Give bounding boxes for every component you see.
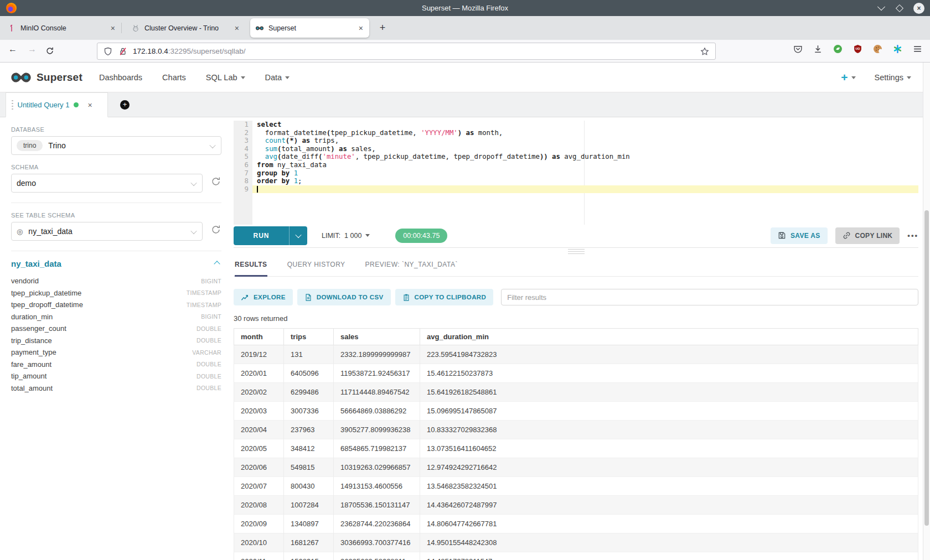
code-line: count(*) as trips,: [252, 137, 918, 145]
query-tab-close-icon[interactable]: ×: [87, 101, 92, 110]
collapse-chevron-icon[interactable]: [214, 261, 220, 267]
code-line: group by 1: [252, 169, 918, 178]
plus-icon: +: [841, 71, 848, 83]
run-options-caret[interactable]: [289, 226, 307, 245]
table-cell: 18705536.150131147: [334, 496, 420, 515]
table-column-row: tpep_pickup_datetimeTIMESTAMP: [11, 287, 221, 299]
save-as-button[interactable]: SAVE AS: [771, 227, 827, 244]
table-header-cell[interactable]: trips: [284, 329, 334, 345]
trino-icon: [131, 24, 140, 33]
copy-clipboard-button[interactable]: COPY TO CLIPBOARD: [395, 289, 494, 305]
table-column-row: total_amountDOUBLE: [11, 382, 221, 395]
results-tab-preview-ny-taxi-data[interactable]: PREVIEW: `NY_TAXI_DATA`: [365, 256, 458, 277]
explore-button[interactable]: EXPLORE: [234, 289, 293, 305]
table-cell: 13.546823582324501: [420, 477, 918, 496]
query-tab-label: Untitled Query 1: [18, 101, 70, 109]
insecure-lock-icon[interactable]: [118, 46, 128, 56]
query-tab[interactable]: Untitled Query 1 ×: [6, 92, 108, 117]
tab-close-icon[interactable]: ×: [234, 24, 240, 33]
table-cell: 119538721.92456317: [334, 364, 420, 383]
browser-tab[interactable]: MinIO Console×: [2, 18, 121, 38]
table-row: 2020/08100728418705536.15013114714.43642…: [234, 496, 918, 515]
table-row: 2019/121312332.1899999999987223.59541984…: [234, 345, 918, 364]
nav-item-data[interactable]: Data: [265, 73, 290, 82]
table-cell: 1007284: [284, 496, 334, 515]
more-options-button[interactable]: •••: [907, 231, 918, 240]
column-name: vendorid: [11, 277, 39, 285]
clipboard-icon: [402, 293, 410, 302]
tab-close-icon[interactable]: ×: [358, 24, 364, 33]
column-name: tip_amount: [11, 372, 46, 380]
browser-tab[interactable]: Superset×: [250, 18, 369, 38]
asterisk-icon[interactable]: [892, 44, 902, 54]
pocket-icon[interactable]: [793, 44, 803, 54]
superset-logo[interactable]: Superset: [10, 71, 82, 84]
cookie-icon[interactable]: [872, 44, 882, 54]
extension-green-icon[interactable]: [833, 44, 843, 54]
run-query-button[interactable]: RUN: [234, 226, 307, 245]
table-header-cell[interactable]: sales: [334, 329, 420, 345]
results-tab-query-history[interactable]: QUERY HISTORY: [287, 256, 345, 277]
reload-button[interactable]: [45, 46, 54, 55]
browser-tab[interactable]: Cluster Overview - Trino×: [126, 18, 245, 38]
menu-icon[interactable]: [912, 44, 922, 54]
nav-item-dashboards[interactable]: Dashboards: [99, 73, 142, 82]
window-minimize-button[interactable]: [877, 4, 886, 13]
code-line: order by 1;: [252, 177, 918, 185]
nav-item-sql-lab[interactable]: SQL Lab: [206, 73, 245, 82]
results-tab-results[interactable]: RESULTS: [235, 256, 267, 277]
table-header-cell[interactable]: month: [234, 329, 284, 345]
url-text[interactable]: 172.18.0.4:32295/superset/sqllab/: [133, 47, 695, 55]
table-row: 2020/11150891526335623.5802881114.485173…: [234, 552, 918, 560]
url-bar[interactable]: 172.18.0.4:32295/superset/sqllab/: [97, 43, 716, 60]
table-row: 2020/03300733656664869.0388629215.096995…: [234, 402, 918, 421]
superset-icon: [255, 24, 264, 33]
schema-select[interactable]: demo: [11, 174, 203, 193]
window-titlebar: Superset — Mozilla Firefox ×: [0, 0, 930, 16]
filter-results-input[interactable]: [501, 289, 918, 305]
back-button[interactable]: ←: [6, 44, 20, 54]
nav-item-charts[interactable]: Charts: [162, 73, 186, 82]
page-scrollbar[interactable]: [923, 63, 930, 560]
table-column-row: tpep_dropoff_datetimeTIMESTAMP: [11, 299, 221, 311]
database-select[interactable]: trino Trino: [11, 136, 221, 155]
results-tabs: RESULTSQUERY HISTORYPREVIEW: `NY_TAXI_DA…: [234, 256, 918, 277]
pane-resize-handle[interactable]: [234, 248, 918, 255]
ublock-icon[interactable]: UO: [852, 44, 862, 54]
sql-editor-pane: 123456789 select format_datetime(tpep_pi…: [232, 117, 930, 560]
add-query-tab-button[interactable]: +: [120, 100, 130, 110]
scrollbar-thumb[interactable]: [924, 210, 929, 526]
tab-close-icon[interactable]: ×: [110, 24, 116, 33]
settings-menu[interactable]: Settings: [875, 73, 911, 82]
window-maximize-button[interactable]: [895, 4, 904, 13]
table-select[interactable]: ◎ ny_taxi_data: [11, 222, 203, 241]
forward-button[interactable]: →: [25, 44, 39, 54]
table-cell: 6854865.719982137: [334, 439, 420, 458]
refresh-table-icon[interactable]: [210, 224, 221, 235]
svg-text:UO: UO: [855, 47, 860, 50]
column-type: DOUBLE: [197, 373, 221, 380]
column-name: payment_type: [11, 348, 56, 356]
line-number: 6: [234, 161, 249, 169]
results-table: monthtripssalesavg_duration_min 2019/121…: [234, 328, 918, 560]
window-title: Superset — Mozilla Firefox: [0, 4, 930, 12]
table-header-cell[interactable]: avg_duration_min: [420, 329, 918, 345]
copy-link-button[interactable]: COPY LINK: [835, 227, 900, 244]
bookmark-star-icon[interactable]: [700, 46, 710, 56]
refresh-schema-icon[interactable]: [210, 176, 221, 187]
new-tab-button[interactable]: +: [374, 18, 391, 38]
limit-dropdown[interactable]: LIMIT: 1 000: [322, 232, 370, 240]
table-cell: 3007336: [284, 402, 334, 421]
download-icon[interactable]: [813, 44, 823, 54]
new-object-button[interactable]: +: [841, 71, 855, 83]
sql-code-editor[interactable]: 123456789 select format_datetime(tpep_pi…: [234, 121, 918, 225]
divider: [11, 203, 221, 203]
download-csv-button[interactable]: DOWNLOAD TO CSV: [297, 289, 391, 305]
superset-navbar: Superset DashboardsChartsSQL LabData + S…: [0, 63, 930, 92]
tracking-shield-icon[interactable]: [103, 46, 113, 56]
table-cell: 30366993.700377416: [334, 533, 420, 552]
window-close-button[interactable]: ×: [913, 3, 924, 14]
table-cell: 13.073516411604652: [420, 439, 918, 458]
table-cell: 14913153.4600556: [334, 477, 420, 496]
text-cursor: [257, 186, 258, 193]
